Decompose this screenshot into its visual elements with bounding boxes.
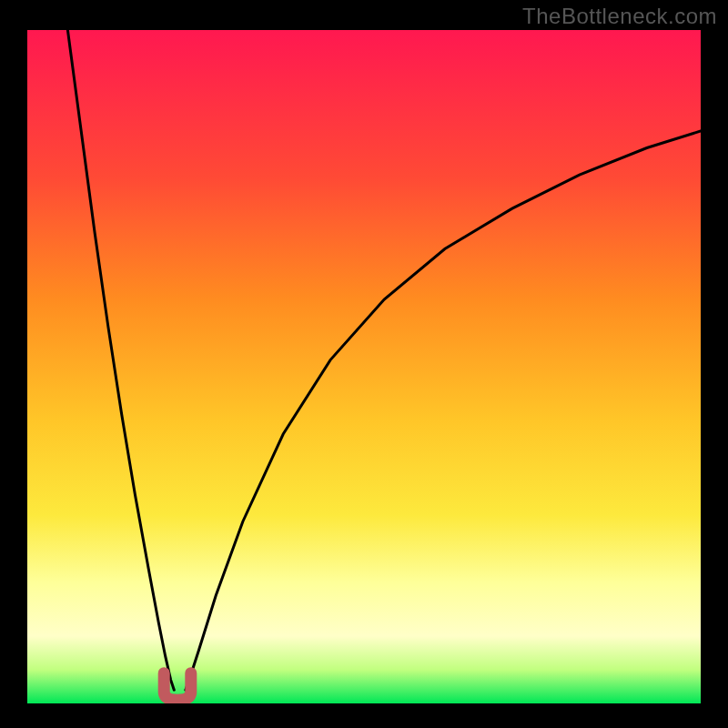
bottleneck-chart xyxy=(27,30,701,703)
gradient-background xyxy=(27,30,701,703)
watermark-text: TheBottleneck.com xyxy=(522,4,717,29)
chart-frame: TheBottleneck.com xyxy=(0,0,728,728)
